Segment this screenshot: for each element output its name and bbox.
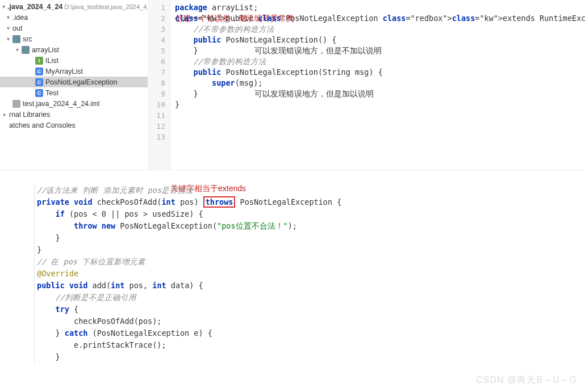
tree-item-label: test.java_2024_4_24.iml xyxy=(23,100,100,108)
code-line[interactable]: //判断是不是正确引用 xyxy=(37,292,585,304)
code-line[interactable]: } xyxy=(37,244,585,256)
editor-top: 12345678910111213 package arrayList;创建一个… xyxy=(148,0,585,170)
tree-item-label: .idea xyxy=(12,14,28,22)
tree-item-label: arrayList xyxy=(32,46,59,54)
tree-item-label: out xyxy=(12,24,22,32)
tree-item-label: PosNotLegalException xyxy=(45,78,117,86)
c-icon: C xyxy=(35,68,43,75)
root-label: .java_2024_4_24 xyxy=(7,3,62,11)
folder-icon xyxy=(22,46,30,54)
code-line[interactable]: super(msg); xyxy=(175,78,585,88)
tree-item-label: rnal Libraries xyxy=(9,111,50,119)
code-line[interactable]: //带参数的构造方法 xyxy=(175,56,585,67)
tree-item-label: IList xyxy=(45,57,58,65)
folder-icon xyxy=(12,35,20,43)
code-line[interactable]: throw new PosNotLegalException("pos位置不合法… xyxy=(37,220,585,232)
tree-item[interactable]: atches and Consoles xyxy=(0,120,148,130)
annotation-inline: 可以发现错误地方，但是加以说明 xyxy=(254,88,374,99)
code-line[interactable]: try { xyxy=(37,304,585,315)
code-line[interactable]: private void checkPosOfAdd(int pos) thro… xyxy=(37,196,585,208)
code-line[interactable]: } catch (PosNotLegalException e) { xyxy=(37,327,585,339)
i-icon: I xyxy=(35,57,43,65)
code-line[interactable]: public PosNotLegalException() { xyxy=(175,35,585,45)
code-line[interactable]: class="kw">public class PosNotLegalExcep… xyxy=(175,13,585,24)
chevron-right-icon: ▸ xyxy=(3,111,9,117)
tree-item[interactable]: CMyArrayList xyxy=(0,66,148,77)
code-line[interactable]: } xyxy=(175,45,585,56)
watermark: CSDN @再无B～U～G xyxy=(476,374,577,386)
code-line[interactable]: } xyxy=(37,351,585,363)
code-line[interactable]: //不带参数的构造方法 xyxy=(175,24,585,35)
code-line[interactable]: // 在 pos 下标位置新增元素 xyxy=(37,256,585,268)
chevron-down-icon: ▾ xyxy=(7,25,12,31)
project-tree[interactable]: ▾ .java_2024_4_24 D:\java_test\test.java… xyxy=(0,0,148,170)
tree-item[interactable]: test.java_2024_4_24.iml xyxy=(0,98,148,109)
code-line[interactable]: }可以发现错误地方，但是加以说明 xyxy=(175,88,585,99)
chevron-down-icon: ▾ xyxy=(16,47,22,53)
tree-item[interactable]: ▾.idea xyxy=(0,12,148,23)
tree-item[interactable]: ▸rnal Libraries xyxy=(0,109,148,120)
tree-item[interactable]: ▾src xyxy=(0,33,148,44)
code-line[interactable]: } xyxy=(175,99,585,110)
code-line[interactable]: } xyxy=(37,232,585,244)
code-line[interactable]: package arrayList; xyxy=(175,2,585,13)
c-icon: C xyxy=(35,89,43,97)
chevron-down-icon: ▾ xyxy=(7,14,12,20)
tree-item-label: atches and Consoles xyxy=(9,121,76,129)
line-gutter: 12345678910111213 xyxy=(148,0,170,170)
chevron-down-icon: ▾ xyxy=(2,3,5,10)
c-icon: C xyxy=(35,78,43,86)
root-path: D:\java_test\test.java_2024_4_24 xyxy=(64,3,157,10)
tree-item[interactable]: CPosNotLegalException xyxy=(0,77,148,87)
tree-item[interactable]: ▾arrayList xyxy=(0,44,148,55)
tree-item-label: MyArrayList xyxy=(45,68,83,75)
editor-bottom[interactable]: 关键字相当于extends //该方法来 判断 添加元素时 pos是否合法pri… xyxy=(0,170,585,363)
code-line[interactable]: public void add(int pos, int data) { xyxy=(37,280,585,292)
chevron-down-icon: ▾ xyxy=(7,36,12,42)
code-line[interactable]: public PosNotLegalException(String msg) … xyxy=(175,67,585,78)
tree-item-label: Test xyxy=(45,89,58,97)
code-line[interactable]: if (pos < 0 || pos > usedSize) { xyxy=(37,208,585,220)
tree-item-label: src xyxy=(23,35,32,43)
tree-item[interactable]: IIList xyxy=(0,55,148,66)
code-area-bottom[interactable]: //该方法来 判断 添加元素时 pos是否合法private void chec… xyxy=(37,184,585,363)
code-area-top[interactable]: package arrayList;创建一个错误类，继承编译异常类class="… xyxy=(170,0,585,170)
code-line[interactable]: e.printStackTrace(); xyxy=(37,339,585,351)
tree-root[interactable]: ▾ .java_2024_4_24 D:\java_test\test.java… xyxy=(0,1,148,12)
tree-item[interactable]: ▾out xyxy=(0,23,148,33)
tree-item[interactable]: CTest xyxy=(0,87,148,98)
file-icon xyxy=(12,100,20,108)
code-line[interactable]: //该方法来 判断 添加元素时 pos是否合法 xyxy=(37,184,585,196)
indent-guide xyxy=(34,184,35,363)
top-section: ▾ .java_2024_4_24 D:\java_test\test.java… xyxy=(0,0,585,170)
code-line[interactable]: checkPosOfAdd(pos); xyxy=(37,315,585,327)
code-line[interactable]: @Override xyxy=(37,268,585,280)
